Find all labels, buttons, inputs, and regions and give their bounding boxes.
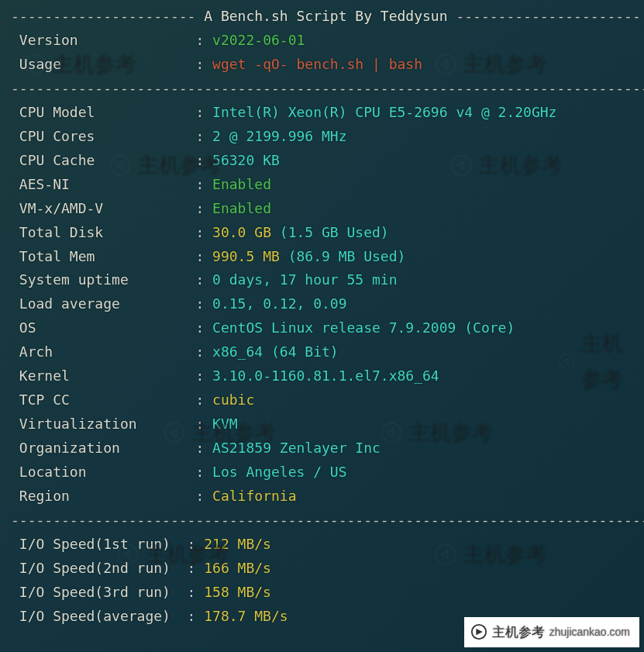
credit-url: zhujicankao.com <box>549 623 630 641</box>
site-credit-badge: 主机参考 zhujicankao.com <box>464 617 639 647</box>
row-arch: Arch : x86_64 (64 Bit) <box>11 340 636 364</box>
row-cpu-model: CPU Model : Intel(R) Xeon(R) CPU E5-2696… <box>11 101 636 125</box>
row-location: Location : Los Angeles / US <box>11 461 636 485</box>
row-aes-ni: AES-NI : Enabled <box>11 173 636 197</box>
row-io-2: I/O Speed(2nd run) : 166 MB/s <box>11 557 636 581</box>
row-usage: Usage : wget -qO- bench.sh | bash <box>11 53 636 77</box>
row-kernel: Kernel : 3.10.0-1160.81.1.el7.x86_64 <box>11 364 636 388</box>
row-io-3: I/O Speed(3rd run) : 158 MB/s <box>11 581 636 605</box>
header-line: ---------------------- A Bench.sh Script… <box>11 5 636 29</box>
row-tcp: TCP CC : cubic <box>11 388 636 412</box>
row-load: Load average : 0.15, 0.12, 0.09 <box>11 292 636 316</box>
row-vmx: VM-x/AMD-V : Enabled <box>11 197 636 221</box>
divider: ----------------------------------------… <box>11 77 636 101</box>
divider: ----------------------------------------… <box>11 509 636 533</box>
row-os: OS : CentOS Linux release 7.9.2009 (Core… <box>11 316 636 340</box>
logo-icon <box>470 623 487 640</box>
row-total-mem: Total Mem : 990.5 MB (86.9 MB Used) <box>11 245 636 269</box>
row-io-1: I/O Speed(1st run) : 212 MB/s <box>11 533 636 557</box>
row-total-disk: Total Disk : 30.0 GB (1.5 GB Used) <box>11 221 636 245</box>
terminal-output: ---------------------- A Bench.sh Script… <box>11 5 636 629</box>
row-virtualization: Virtualization : KVM <box>11 412 636 436</box>
credit-text: 主机参考 <box>492 621 545 643</box>
row-uptime: System uptime : 0 days, 17 hour 55 min <box>11 268 636 292</box>
row-region: Region : California <box>11 485 636 509</box>
row-version: Version : v2022-06-01 <box>11 29 636 53</box>
row-organization: Organization : AS21859 Zenlayer Inc <box>11 436 636 461</box>
row-cpu-cores: CPU Cores : 2 @ 2199.996 MHz <box>11 125 636 149</box>
row-cpu-cache: CPU Cache : 56320 KB <box>11 149 636 173</box>
